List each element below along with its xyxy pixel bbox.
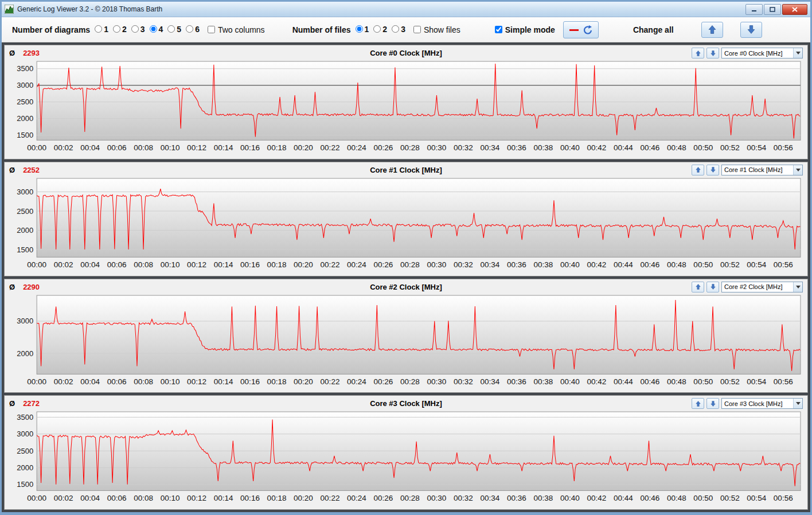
svg-text:00:16: 00:16 bbox=[240, 260, 260, 268]
average-symbol: Ø bbox=[9, 49, 15, 57]
file-count-option-2[interactable]: 2 bbox=[373, 25, 387, 34]
move-up-button[interactable] bbox=[692, 282, 704, 292]
two-columns-label: Two columns bbox=[218, 25, 265, 34]
close-button[interactable] bbox=[782, 4, 807, 15]
svg-text:00:02: 00:02 bbox=[54, 377, 73, 385]
diagram-count-option-2[interactable]: 2 bbox=[113, 25, 127, 34]
svg-text:00:46: 00:46 bbox=[640, 143, 659, 152]
svg-text:00:32: 00:32 bbox=[454, 377, 473, 385]
diagram-count-option-6[interactable]: 6 bbox=[186, 25, 200, 34]
diagram-count-option-3[interactable]: 3 bbox=[131, 25, 145, 34]
show-files-checkbox[interactable] bbox=[413, 26, 421, 33]
svg-text:00:50: 00:50 bbox=[693, 494, 713, 502]
average-value: 2252 bbox=[23, 166, 40, 174]
svg-text:00:40: 00:40 bbox=[560, 494, 580, 502]
move-up-button[interactable] bbox=[692, 398, 704, 409]
svg-text:00:08: 00:08 bbox=[134, 377, 153, 385]
simple-mode-option[interactable]: Simple mode bbox=[495, 25, 555, 34]
panel-header: Ø2272 Core #3 Clock [MHz] Core #3 Clock … bbox=[5, 396, 807, 409]
average-readout: Ø2272 bbox=[9, 399, 40, 408]
file-count-radio-2[interactable] bbox=[373, 25, 381, 33]
chevron-down-icon bbox=[793, 48, 802, 58]
y-axis-labels: 15002000250030003500 bbox=[17, 413, 33, 489]
diagram-count-label: 1 bbox=[104, 25, 108, 34]
svg-text:00:20: 00:20 bbox=[294, 143, 313, 152]
move-down-button[interactable] bbox=[706, 48, 719, 58]
svg-text:00:22: 00:22 bbox=[321, 260, 340, 268]
diagram-count-option-5[interactable]: 5 bbox=[167, 25, 181, 34]
window-controls bbox=[745, 4, 807, 15]
channel-select[interactable]: Core #0 Clock [MHz] bbox=[721, 48, 803, 58]
file-count-option-3[interactable]: 3 bbox=[392, 25, 405, 34]
diagram-count-radio-4[interactable] bbox=[150, 25, 157, 33]
svg-text:00:06: 00:06 bbox=[107, 260, 127, 268]
svg-text:00:52: 00:52 bbox=[720, 260, 740, 268]
two-columns-checkbox[interactable] bbox=[208, 26, 215, 33]
svg-text:00:52: 00:52 bbox=[720, 377, 740, 385]
svg-text:00:08: 00:08 bbox=[134, 260, 153, 268]
svg-text:00:54: 00:54 bbox=[747, 143, 766, 152]
svg-text:00:48: 00:48 bbox=[667, 377, 686, 385]
minimize-button[interactable] bbox=[745, 4, 763, 15]
svg-text:00:06: 00:06 bbox=[107, 377, 127, 385]
line-style-refresh-button[interactable] bbox=[563, 21, 599, 38]
average-value: 2272 bbox=[23, 399, 40, 408]
svg-text:00:00: 00:00 bbox=[27, 260, 46, 268]
svg-text:00:36: 00:36 bbox=[507, 143, 526, 152]
down-arrow-icon bbox=[747, 25, 755, 34]
svg-text:00:22: 00:22 bbox=[321, 377, 340, 385]
change-all-up-button[interactable] bbox=[701, 22, 723, 38]
svg-text:1500: 1500 bbox=[17, 131, 33, 139]
diagram-count-option-4[interactable]: 4 bbox=[150, 25, 163, 34]
file-count-option-1[interactable]: 1 bbox=[356, 25, 369, 34]
diagram-count-radio-1[interactable] bbox=[95, 25, 102, 33]
channel-select[interactable]: Core #3 Clock [MHz] bbox=[721, 398, 803, 409]
line-refresh-icon bbox=[568, 25, 594, 35]
svg-text:00:34: 00:34 bbox=[480, 260, 499, 268]
move-down-button[interactable] bbox=[706, 165, 719, 175]
x-axis-labels: 00:0000:0200:0400:0600:0800:1000:1200:14… bbox=[27, 260, 793, 268]
svg-text:00:22: 00:22 bbox=[321, 494, 340, 502]
diagram-count-option-1[interactable]: 1 bbox=[95, 25, 108, 34]
svg-text:1500: 1500 bbox=[17, 245, 33, 253]
svg-text:00:26: 00:26 bbox=[374, 494, 393, 502]
diagram-count-label: 2 bbox=[122, 25, 127, 34]
svg-text:1500: 1500 bbox=[17, 481, 33, 489]
svg-text:00:56: 00:56 bbox=[774, 143, 793, 152]
svg-text:2000: 2000 bbox=[17, 114, 33, 123]
show-files-option[interactable]: Show files bbox=[413, 25, 460, 34]
average-value: 2290 bbox=[23, 283, 40, 291]
chart-plot: 150020002500300000:0000:0200:0400:0600:0… bbox=[6, 176, 806, 275]
move-up-button[interactable] bbox=[692, 48, 704, 58]
diagram-count-radio-5[interactable] bbox=[167, 25, 175, 33]
move-down-button[interactable] bbox=[706, 398, 719, 409]
up-arrow-icon bbox=[696, 166, 701, 173]
show-files-label: Show files bbox=[424, 25, 460, 34]
simple-mode-checkbox[interactable] bbox=[495, 26, 502, 33]
chart-title: Core #1 Clock [MHz] bbox=[5, 166, 807, 174]
diagram-count-radio-3[interactable] bbox=[131, 25, 139, 33]
window-title: Generic Log Viewer 3.2 - © 2018 Thomas B… bbox=[17, 5, 745, 13]
svg-text:00:28: 00:28 bbox=[400, 377, 420, 385]
average-symbol: Ø bbox=[9, 399, 15, 408]
diagram-count-radio-6[interactable] bbox=[186, 25, 193, 33]
svg-text:00:24: 00:24 bbox=[347, 494, 366, 502]
average-symbol: Ø bbox=[9, 166, 15, 174]
channel-select[interactable]: Core #1 Clock [MHz] bbox=[721, 165, 803, 175]
toolbar: Number of diagrams 123456 Two columns Nu… bbox=[2, 17, 810, 42]
two-columns-option[interactable]: Two columns bbox=[208, 25, 265, 34]
change-all-down-button[interactable] bbox=[740, 22, 762, 38]
file-count-radio-1[interactable] bbox=[356, 25, 363, 33]
file-count-radio-3[interactable] bbox=[392, 25, 399, 33]
maximize-button[interactable] bbox=[764, 4, 781, 15]
chevron-down-icon bbox=[793, 165, 802, 175]
move-up-button[interactable] bbox=[692, 165, 704, 175]
svg-text:00:56: 00:56 bbox=[774, 494, 793, 502]
move-down-button[interactable] bbox=[706, 282, 719, 292]
diagram-count-radio-2[interactable] bbox=[113, 25, 120, 33]
channel-select[interactable]: Core #2 Clock [MHz] bbox=[721, 282, 803, 292]
svg-text:00:10: 00:10 bbox=[161, 494, 180, 502]
svg-text:3000: 3000 bbox=[17, 81, 33, 89]
svg-text:00:48: 00:48 bbox=[667, 143, 686, 152]
chart-plot: 1500200025003000350000:0000:0200:0400:06… bbox=[6, 59, 806, 158]
